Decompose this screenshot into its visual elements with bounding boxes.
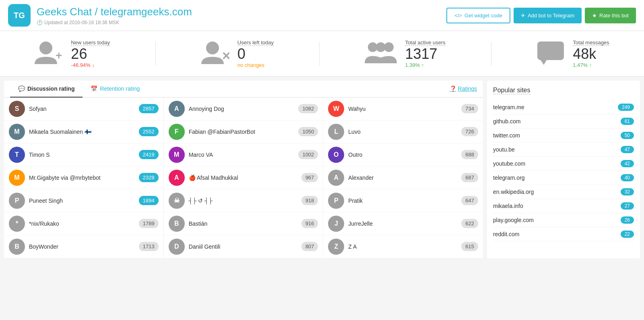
site-name[interactable]: en.wikipedia.org xyxy=(493,189,534,195)
site-count: 61 xyxy=(621,118,634,125)
user-name: Annoying Dog xyxy=(189,106,295,112)
score-badge: 807 xyxy=(301,242,318,251)
rating-col-2: AAnnoying Dog1082FFabian @FabianPastorBo… xyxy=(164,98,324,258)
stat-total-active: Total active users 1317 1.39% ↑ xyxy=(365,39,445,68)
site-count: 42 xyxy=(621,160,634,167)
svg-point-0 xyxy=(39,42,52,54)
table-row: MMarco VA1002 xyxy=(164,143,323,166)
site-row: telegram.org40 xyxy=(493,171,634,185)
code-icon: </> xyxy=(454,12,462,19)
site-title: Geeks Chat / telegramgeeks.com xyxy=(37,6,192,18)
site-count: 40 xyxy=(621,174,634,181)
star-icon: ★ xyxy=(592,12,597,19)
users-left-label: Users left today xyxy=(237,39,274,46)
site-name[interactable]: play.google.com xyxy=(493,217,534,223)
logo: TG xyxy=(8,4,31,27)
widget-code-button[interactable]: </> Get widget code xyxy=(446,8,510,23)
score-badge: 726 xyxy=(461,127,478,136)
site-name[interactable]: reddit.com xyxy=(493,231,519,237)
site-row: twitter.com50 xyxy=(493,129,634,143)
user-name: Alexander xyxy=(348,175,457,181)
avatar: J xyxy=(328,216,344,232)
popular-sites-title: Popular sites xyxy=(493,87,530,94)
table-row: TTimon S2419 xyxy=(4,143,163,166)
divider-1 xyxy=(155,42,156,66)
users-left-value: 0 xyxy=(237,46,274,62)
site-row: youtube.com42 xyxy=(493,157,634,171)
site-row: mikaela.info27 xyxy=(493,199,634,213)
avatar: P xyxy=(328,193,344,209)
total-messages-icon xyxy=(537,41,565,66)
score-badge: 2552 xyxy=(139,127,159,136)
table-row: SSofyan2857 xyxy=(4,98,163,121)
score-badge: 2857 xyxy=(139,104,159,113)
table-row: PPuneet Singh1894 xyxy=(4,189,163,212)
table-row: DDaniil Gentili807 xyxy=(164,235,323,258)
score-badge: 1713 xyxy=(139,242,159,251)
table-row: FFabian @FabianPastorBot1050 xyxy=(164,121,323,143)
site-name[interactable]: twitter.com xyxy=(493,132,520,139)
site-count: 47 xyxy=(621,146,634,153)
score-badge: 734 xyxy=(461,104,478,113)
score-badge: 2328 xyxy=(139,173,159,182)
svg-text:+: + xyxy=(56,49,62,62)
avatar: T xyxy=(9,147,25,163)
table-row: WWahyu734 xyxy=(323,98,483,121)
header-title-block: Geeks Chat / telegramgeeks.com 🕐 Updated… xyxy=(37,6,192,25)
avatar: M xyxy=(169,147,185,163)
ratings-link[interactable]: ❓ Ratings xyxy=(450,81,477,97)
rating-col-1: SSofyan2857MMikaela Suomalainen 🇫🇮2552TT… xyxy=(4,98,164,258)
user-name: JurreJelle xyxy=(348,220,457,227)
site-name[interactable]: youtu.be xyxy=(493,146,515,153)
rate-bot-button[interactable]: ★ Rate this bot xyxy=(585,8,636,23)
svg-rect-7 xyxy=(537,42,564,60)
retention-icon: 📅 xyxy=(91,85,97,92)
site-row: github.com61 xyxy=(493,114,634,129)
left-panel: 💬 Discussion rating 📅 Retention rating ❓… xyxy=(4,81,483,258)
stat-total-active-content: Total active users 1317 1.39% ↑ xyxy=(405,39,445,68)
score-badge: 622 xyxy=(461,219,478,228)
table-row: ZZ A615 xyxy=(323,235,483,258)
tab-retention[interactable]: 📅 Retention rating xyxy=(83,81,148,98)
score-badge: 1894 xyxy=(139,196,159,205)
tab-discussion[interactable]: 💬 Discussion rating xyxy=(10,81,83,98)
user-name: Marco VA xyxy=(189,152,295,158)
site-name[interactable]: mikaela.info xyxy=(493,203,523,209)
table-row: BBastián916 xyxy=(164,212,323,235)
add-to-telegram-button[interactable]: ✈ Add bot to Telegram xyxy=(514,8,582,23)
avatar: S xyxy=(9,101,25,117)
score-badge: 916 xyxy=(301,219,318,228)
stat-new-users: + New users today 26 -46.94% ↓ xyxy=(35,39,110,68)
score-badge: 1789 xyxy=(139,219,159,228)
stats-section: + New users today 26 -46.94% ↓ ✕ Users l… xyxy=(0,31,644,77)
site-row: en.wikipedia.org32 xyxy=(493,185,634,199)
site-count: 249 xyxy=(618,104,634,111)
site-count: 50 xyxy=(621,132,634,139)
site-name[interactable]: github.com xyxy=(493,118,520,125)
new-users-icon: + xyxy=(35,41,63,66)
discussion-icon: 💬 xyxy=(18,85,25,92)
avatar: M xyxy=(9,170,25,186)
site-row: reddit.com22 xyxy=(493,227,634,241)
header-buttons: </> Get widget code ✈ Add bot to Telegra… xyxy=(446,8,636,23)
user-name: Z A xyxy=(348,243,457,250)
site-name[interactable]: telegram.me xyxy=(493,104,524,110)
avatar: F xyxy=(169,124,185,140)
user-name: BoyWonder xyxy=(29,243,135,250)
total-active-change: 1.39% ↑ xyxy=(405,62,445,68)
total-messages-label: Total messages xyxy=(573,39,609,46)
avatar: A xyxy=(328,170,344,186)
site-name[interactable]: telegram.org xyxy=(493,175,525,181)
site-count: 22 xyxy=(621,231,634,238)
table-row: MMr.Gigabyte via @mrbytebot2328 xyxy=(4,166,163,189)
user-name: Pratik xyxy=(348,197,457,204)
avatar: O xyxy=(328,147,344,163)
table-row: AAlexander687 xyxy=(323,166,483,189)
table-row: **nix/Rukako1789 xyxy=(4,212,163,235)
table-row: LLuvo726 xyxy=(323,121,483,143)
main-content: 💬 Discussion rating 📅 Retention rating ❓… xyxy=(0,77,644,262)
avatar: M xyxy=(9,124,25,140)
site-name[interactable]: youtube.com xyxy=(493,160,525,167)
right-panel: Popular sites telegram.me249github.com61… xyxy=(487,81,640,258)
stat-total-messages: Total messages 48k 1.47% ↑ xyxy=(537,39,609,68)
